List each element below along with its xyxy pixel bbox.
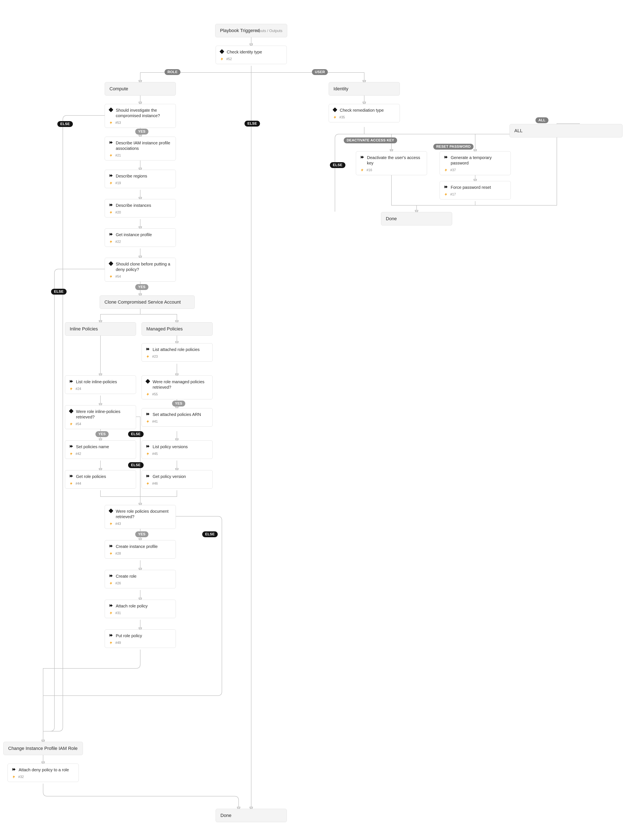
task-title: Generate a temporary password xyxy=(451,155,507,166)
task-title: Create instance profile xyxy=(116,544,157,549)
section-label: Managed Policies xyxy=(146,326,183,332)
task-create-instance-profile[interactable]: Create instance profile #28 xyxy=(105,540,176,559)
bolt-icon xyxy=(145,392,150,396)
task-get-policy-version[interactable]: Get policy version #46 xyxy=(142,470,212,489)
task-describe-assoc[interactable]: Describe IAM instance profile associatio… xyxy=(105,137,176,161)
chevron-icon xyxy=(69,474,74,478)
bolt-icon xyxy=(69,422,74,426)
section-change-profile: Change Instance Profile IAM Role xyxy=(3,742,83,755)
task-title: Were role managed policies retrieved? xyxy=(153,379,209,390)
bolt-icon xyxy=(145,419,150,424)
task-attach-deny[interactable]: Attach deny policy to a role #32 xyxy=(8,764,79,782)
bolt-icon xyxy=(109,240,113,244)
branch-all: ALL xyxy=(535,117,548,123)
task-were-managed[interactable]: Were role managed policies retrieved? #5… xyxy=(142,376,212,399)
task-id: #31 xyxy=(115,611,121,615)
bolt-icon xyxy=(145,354,150,359)
task-get-role-policies[interactable]: Get role policies #44 xyxy=(65,470,136,489)
bolt-icon xyxy=(109,181,113,185)
done-label: Done xyxy=(386,216,397,221)
task-id: #42 xyxy=(76,452,81,456)
task-id: #43 xyxy=(115,522,121,526)
task-id: #52 xyxy=(226,57,232,61)
section-all: ALL xyxy=(510,124,623,137)
task-id: #45 xyxy=(152,452,158,456)
bolt-icon xyxy=(360,168,364,172)
bolt-icon xyxy=(109,641,113,645)
bolt-icon xyxy=(109,581,113,586)
task-put-role-policy[interactable]: Put role policy #49 xyxy=(105,629,176,648)
task-get-instance-profile[interactable]: Get instance profile #22 xyxy=(105,228,176,247)
task-should-clone[interactable]: Should clone before putting a deny polic… xyxy=(105,258,176,282)
task-title: Create role xyxy=(116,573,137,579)
task-id: #19 xyxy=(115,181,121,185)
task-id: #49 xyxy=(115,641,121,645)
task-id: #17 xyxy=(450,193,456,196)
section-label: Identity xyxy=(334,86,348,92)
task-id: #41 xyxy=(152,420,158,423)
task-describe-instances[interactable]: Describe instances #20 xyxy=(105,199,176,218)
task-id: #23 xyxy=(152,355,158,358)
section-managed: Managed Policies xyxy=(142,322,212,336)
task-title: Deactivate the user's access key xyxy=(367,155,423,166)
branch-reset: RESET PASSWORD xyxy=(433,144,474,150)
branch-user: USER xyxy=(312,69,328,75)
task-id: #28 xyxy=(115,552,121,556)
branch-deactivate: DEACTIVATE ACCESS KEY xyxy=(344,137,397,143)
task-describe-regions[interactable]: Describe regions #19 xyxy=(105,170,176,188)
chevron-icon xyxy=(109,603,113,608)
bolt-icon xyxy=(109,611,113,616)
inputs-outputs-link[interactable]: Inputs / Outputs xyxy=(256,29,282,33)
task-create-role[interactable]: Create role #26 xyxy=(105,570,176,588)
task-title: Were role inline-policies retrieved? xyxy=(76,409,132,420)
task-set-attached-arn[interactable]: Set attached policies ARN #41 xyxy=(142,408,212,426)
task-title: List attached role policies xyxy=(153,347,200,352)
task-list-policy-versions[interactable]: List policy versions #45 xyxy=(142,441,212,459)
task-title: Set policies name xyxy=(76,444,109,450)
task-title: List policy versions xyxy=(153,444,188,450)
task-id: #54 xyxy=(115,275,121,278)
section-inline: Inline Policies xyxy=(65,322,136,336)
task-title: Should investigate the compromised insta… xyxy=(116,107,172,118)
bolt-icon xyxy=(444,192,448,197)
task-check-remediation[interactable]: Check remediation type #35 xyxy=(329,104,400,122)
chevron-icon xyxy=(444,155,448,159)
chevron-icon xyxy=(145,474,150,478)
task-attach-role-policy[interactable]: Attach role policy #31 xyxy=(105,600,176,618)
badge-yes: YES xyxy=(135,531,148,537)
badge-else: ELSE xyxy=(57,121,73,127)
chevron-icon xyxy=(145,412,150,416)
task-should-investigate[interactable]: Should investigate the compromised insta… xyxy=(105,104,176,128)
task-deactivate-key[interactable]: Deactivate the user's access key #16 xyxy=(356,151,427,175)
task-id: #46 xyxy=(152,482,158,485)
chevron-icon xyxy=(109,203,113,207)
task-gen-password[interactable]: Generate a temporary password #37 xyxy=(439,151,511,175)
chevron-icon xyxy=(109,173,113,178)
bolt-icon xyxy=(109,153,113,158)
task-id: #35 xyxy=(339,115,345,119)
task-list-attached[interactable]: List attached role policies #23 xyxy=(142,343,212,362)
task-id: #32 xyxy=(18,775,24,779)
task-title: Check identity type xyxy=(227,49,262,55)
task-title: Set attached policies ARN xyxy=(153,412,201,417)
bolt-icon xyxy=(69,481,74,486)
task-title: Describe IAM instance profile associatio… xyxy=(116,140,172,151)
branch-else-center: ELSE xyxy=(244,121,260,126)
bolt-icon xyxy=(333,115,337,120)
task-check-identity[interactable]: Check identity type #52 xyxy=(216,46,287,64)
task-title: Attach role policy xyxy=(116,603,148,609)
bolt-icon xyxy=(145,481,150,486)
task-were-docs[interactable]: Were role policies document retrieved? #… xyxy=(105,505,176,529)
task-force-reset[interactable]: Force password reset #17 xyxy=(439,181,511,199)
task-were-inline[interactable]: Were role inline-policies retrieved? #54 xyxy=(65,405,136,429)
task-list-inline[interactable]: List role inline-policies #24 xyxy=(65,376,136,394)
diamond-icon xyxy=(109,107,113,112)
badge-else: ELSE xyxy=(202,531,218,537)
diamond-icon xyxy=(333,107,337,112)
task-set-policies-name[interactable]: Set policies name #42 xyxy=(65,441,136,459)
chevron-icon xyxy=(109,232,113,237)
section-label: Inline Policies xyxy=(70,326,98,332)
chevron-icon xyxy=(360,155,364,159)
diamond-icon xyxy=(145,379,150,384)
badge-else: ELSE xyxy=(128,462,143,468)
